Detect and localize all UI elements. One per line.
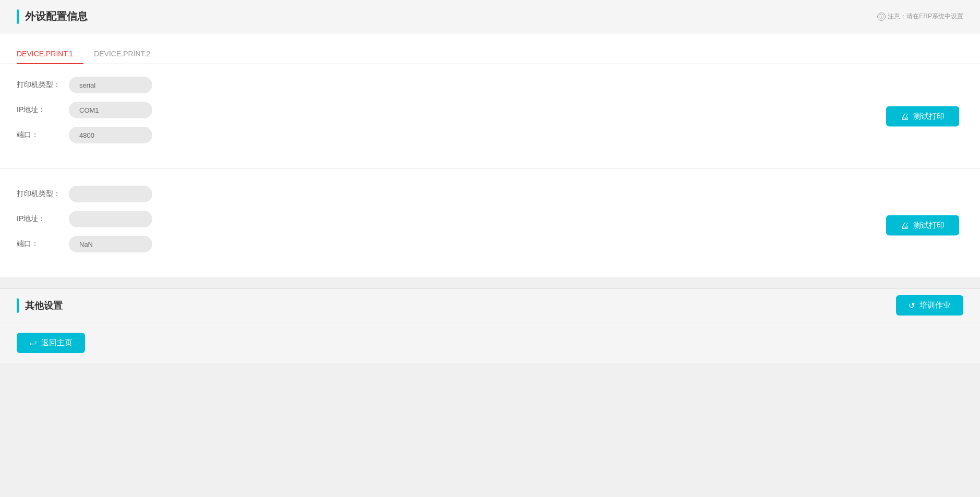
other-title-wrap: 其他设置 (17, 298, 63, 313)
device1-ip-label: IP地址： (17, 105, 69, 115)
training-btn-label: 培训作业 (919, 300, 951, 310)
device1-port-value: 4800 (69, 127, 152, 143)
device2-ip-label: IP地址： (17, 214, 69, 224)
tab-device-print-2[interactable]: DEVICE.PRINT.2 (94, 44, 161, 64)
training-icon: ↺ (909, 301, 915, 310)
page-title: 外设配置信息 (25, 9, 88, 23)
device1-port-label: 端口： (17, 130, 69, 140)
device1-printer-type-value: serial (69, 77, 152, 93)
title-accent (17, 9, 19, 24)
device2-printer-type-row: 打印机类型： (17, 186, 963, 202)
device2-printer-type-value (69, 186, 152, 202)
device2-port-label: 端口： (17, 239, 69, 249)
device2-printer-type-label: 打印机类型： (17, 189, 69, 199)
device2-port-value: NaN (69, 236, 152, 252)
device2-test-print-button[interactable]: 🖨 测试打印 (886, 215, 959, 236)
device1-printer-type-row: 打印机类型： serial (17, 77, 963, 93)
notice-text: 注意：请在ERP系统中设置 (888, 12, 963, 21)
device2-ip-row: IP地址： (17, 211, 963, 227)
back-icon: ⮐ (29, 338, 37, 347)
back-home-button[interactable]: ⮐ 返回主页 (17, 333, 85, 353)
device1-printer-type-label: 打印机类型： (17, 80, 69, 90)
device1-printer-icon: 🖨 (901, 112, 909, 121)
header-notice: ⓘ 注意：请在ERP系统中设置 (877, 12, 963, 21)
page-footer: ⮐ 返回主页 (0, 322, 980, 363)
tabs-bar: DEVICE.PRINT.1 DEVICE.PRINT.2 (0, 33, 980, 64)
tab-device-print-1[interactable]: DEVICE.PRINT.1 (17, 44, 83, 64)
device1-test-print-button[interactable]: 🖨 测试打印 (886, 106, 959, 127)
device2-test-print-label: 测试打印 (913, 221, 945, 231)
device2-printer-icon: 🖨 (901, 221, 909, 230)
device1-ip-row: IP地址： COM1 (17, 102, 963, 118)
other-settings-title: 其他设置 (25, 299, 63, 312)
device2-section: 打印机类型： IP地址： 端口： NaN 🖨 测试打印 (0, 173, 980, 278)
device2-port-row: 端口： NaN (17, 236, 963, 252)
other-settings-section: 其他设置 ↺ 培训作业 (0, 288, 980, 322)
device1-ip-value: COM1 (69, 102, 152, 118)
info-icon: ⓘ (877, 13, 886, 21)
device1-port-row: 端口： 4800 (17, 127, 963, 143)
main-content: DEVICE.PRINT.1 DEVICE.PRINT.2 打印机类型： ser… (0, 33, 980, 278)
back-home-label: 返回主页 (41, 338, 72, 348)
other-title-accent (17, 298, 19, 313)
page-header: 外设配置信息 ⓘ 注意：请在ERP系统中设置 (0, 0, 980, 33)
device1-test-print-label: 测试打印 (913, 112, 945, 122)
title-wrap: 外设配置信息 (17, 9, 88, 24)
device1-section: 打印机类型： serial IP地址： COM1 端口： 4800 🖨 测试打印 (0, 64, 980, 169)
training-button[interactable]: ↺ 培训作业 (896, 295, 963, 316)
device2-ip-value (69, 211, 152, 227)
